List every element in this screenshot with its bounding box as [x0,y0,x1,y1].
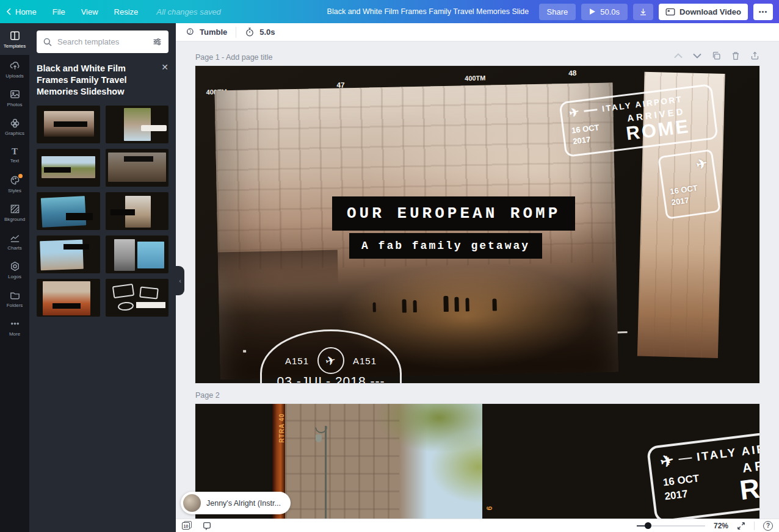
slide-subtitle[interactable]: A fab family getaway [349,233,542,259]
folders-icon [9,289,21,301]
file-menu[interactable]: File [53,7,65,16]
colosseum-photo[interactable] [285,404,482,519]
page1-actions [674,51,759,60]
zoom-slider-handle[interactable] [645,522,651,529]
template-thumbnail[interactable] [37,106,100,143]
share-button[interactable]: Share [539,4,576,20]
film-mark: 400TM [465,74,485,82]
arch-code-left: A151 [285,356,309,366]
search-icon [43,37,53,47]
plane-icon: ✈ [324,353,338,368]
passport-stamp-rome[interactable]: ✈ ITALY AIRPORT 16 OCT 2017 ARRIVED ROME [647,420,759,519]
template-thumbnail[interactable] [37,279,100,317]
home-button[interactable]: Home [6,7,37,16]
film-frame-digit: 9 [485,506,493,511]
download-button[interactable] [633,4,653,20]
sidebar-item-templates[interactable]: Templates [0,23,29,55]
arch-code-right: A151 [353,356,377,366]
template-thumbnail[interactable] [106,235,169,273]
pedestrian-silhouette [465,298,469,311]
page-count-badge: 10 [182,522,190,530]
back-chevron-icon [6,8,12,15]
templates-icon [9,30,21,41]
film-strip-text: RTRA 40 [278,413,285,442]
play-preview-button[interactable]: 50.0s [581,4,628,20]
close-icon[interactable]: ✕ [161,63,168,98]
template-set-title: Black and White Film Frames Family Trave… [37,63,156,98]
pedestrian-silhouette [373,302,376,312]
sidebar-item-uploads[interactable]: Uploads [0,55,29,84]
page1-header[interactable]: Page 1 - Add page title [195,53,272,62]
styles-notification-dot [18,174,23,178]
help-button[interactable]: ? [763,521,773,531]
move-page-down-icon[interactable] [693,53,701,59]
film-dash [618,331,628,333]
play-icon [589,8,596,15]
sidebar-item-folders[interactable]: Folders [0,284,29,313]
arch-plane-circle: ✈ [317,347,344,374]
grid-view-button[interactable]: 10 [182,521,192,530]
page2-header[interactable]: Page 2 [195,391,220,400]
zoom-slider[interactable] [637,522,705,530]
film-dash [243,350,246,353]
sidebar-item-charts[interactable]: Charts [0,227,29,256]
notes-icon[interactable] [202,521,212,531]
arch-date: 03 -JUL- 2018 --- [262,374,400,383]
more-options-button[interactable]: ••• [753,4,773,20]
passport-stamp-date[interactable]: ✈ 16 OCT 2017 [658,149,721,220]
panel-collapse-button[interactable]: ‹ [176,266,184,295]
stamp-date: 16 OCT 2017 [570,117,601,146]
stamp-dash [584,109,597,112]
street-photo[interactable] [215,83,618,380]
uploads-icon [9,60,21,71]
duplicate-page-icon[interactable] [712,51,721,60]
resize-menu[interactable]: Resize [114,7,139,16]
template-thumbnail[interactable] [106,279,169,317]
total-duration: 50.0s [600,7,620,16]
pedestrian-silhouette [492,298,496,311]
filter-icon[interactable] [152,37,162,47]
logos-icon [9,261,21,272]
page1-canvas[interactable]: 400TM 47 400TM 48 ✈ [195,66,759,383]
sidebar-item-text[interactable]: T Text [0,141,29,170]
delete-page-icon[interactable] [731,51,740,60]
sidebar-item-logos[interactable]: Logos [0,256,29,284]
audio-track-artwork [183,494,201,512]
charts-icon [9,232,21,243]
animation-button[interactable]: Tumble [184,27,227,37]
add-page-icon[interactable] [750,51,759,60]
view-menu[interactable]: View [81,7,98,16]
autosave-status: All changes saved [156,7,221,16]
document-title[interactable]: Black and White Film Frames Family Trave… [327,7,529,16]
template-search[interactable] [37,31,168,53]
plane-icon: ✈ [659,451,676,470]
plane-icon: ✈ [568,106,580,119]
animation-icon [184,27,195,37]
plane-icon: ✈ [695,156,709,171]
graphics-icon [9,117,21,129]
audio-track-pill[interactable]: Jenny's Alright (Instr... [181,492,291,514]
template-thumbnail[interactable] [37,149,100,187]
slide-title[interactable]: OUR EUROPEAN ROMP [332,196,575,231]
download-icon [639,7,648,16]
sidebar-item-photos[interactable]: Photos [0,84,29,112]
template-thumbnail[interactable] [106,106,169,143]
lamppost-lamp [316,434,322,442]
search-input[interactable] [57,37,147,46]
template-thumbnail[interactable] [106,192,169,230]
download-video-button[interactable]: Download Video [659,4,748,20]
move-page-up-icon[interactable] [674,53,683,59]
sidebar-item-background[interactable]: Bkground [0,198,29,227]
template-thumbnail[interactable] [37,235,100,273]
page-duration-button[interactable]: 5.0s [245,27,275,37]
sidebar-item-more[interactable]: More [0,313,29,342]
template-thumbnail[interactable] [37,192,100,230]
template-thumbnails [37,106,168,317]
pedestrian-silhouette [454,297,458,312]
template-thumbnail[interactable] [106,149,169,187]
text-icon: T [12,147,18,156]
sidebar-item-styles[interactable]: Styles [0,170,29,198]
zoom-level[interactable]: 72% [714,522,728,530]
sidebar-item-graphics[interactable]: Graphics [0,112,29,141]
fullscreen-icon[interactable] [737,522,745,530]
